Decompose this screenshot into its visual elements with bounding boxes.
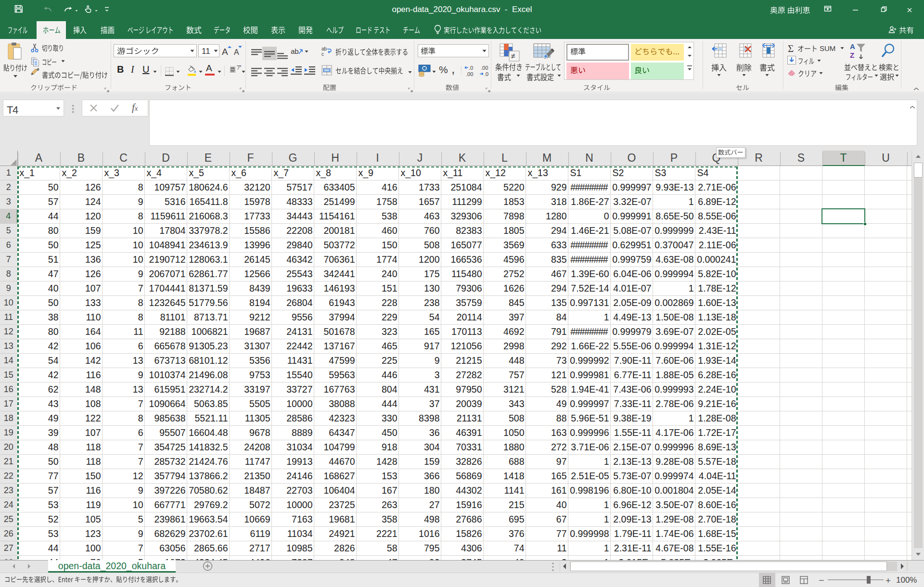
svg-text:c: c	[321, 51, 324, 57]
svg-text:.00: .00	[481, 65, 488, 71]
svg-text:.0: .0	[484, 71, 488, 77]
svg-text:ab: ab	[321, 46, 327, 51]
svg-text:.0: .0	[469, 65, 473, 71]
svg-text:.00: .00	[466, 71, 473, 77]
svg-text:Z: Z	[850, 51, 854, 59]
svg-text:A: A	[850, 42, 855, 51]
svg-text:ab: ab	[291, 47, 299, 55]
svg-text:≠: ≠	[511, 52, 515, 60]
